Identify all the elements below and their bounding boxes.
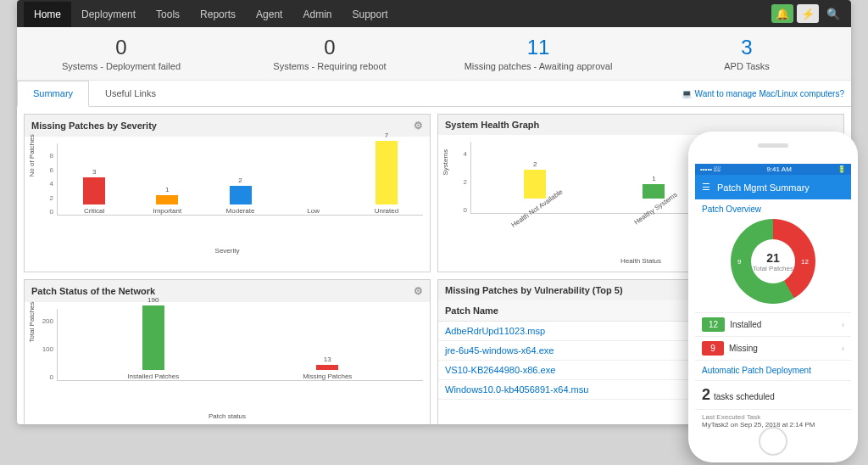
panel-title: System Health Graph — [445, 120, 539, 130]
bar-moderate[interactable]: 2Moderate — [212, 176, 268, 215]
kpi-card[interactable]: 3APD Tasks — [643, 27, 851, 80]
phone-title: Patch Mgmt Summary — [717, 182, 810, 193]
panel-title: Missing Patches by Vulnerability (Top 5) — [445, 285, 623, 295]
bar-low[interactable]: Low — [286, 204, 342, 215]
phone-overview-title: Patch Overview — [702, 204, 844, 214]
kpi-value: 3 — [643, 36, 851, 59]
phone-header: ☰Patch Mgmt Summary — [695, 175, 851, 199]
kpi-card[interactable]: 0Systems - Requiring reboot — [225, 27, 434, 80]
kpi-label: APD Tasks — [643, 61, 851, 71]
kpi-row: 0Systems - Deployment failed0Systems - R… — [17, 27, 851, 81]
y-axis-label: No of Patches — [28, 134, 36, 176]
y-axis-label: Total Patches — [28, 301, 36, 342]
bar-health-not-available[interactable]: 2Health Not Available — [488, 160, 581, 213]
bar-installed-patches[interactable]: 190Installed Patches — [100, 296, 207, 380]
kpi-value: 0 — [17, 36, 225, 59]
nav-admin[interactable]: Admin — [292, 2, 342, 27]
panel-title: Missing Patches by Severity — [31, 120, 157, 131]
bar-healthy-systems[interactable]: 1Healthy Systems — [607, 175, 700, 213]
nav-reports[interactable]: Reports — [190, 2, 246, 27]
kpi-card[interactable]: 11Missing patches - Awaiting approval — [434, 27, 643, 80]
mobile-preview: ••••• ⛆9:41 AM🔋 ☰Patch Mgmt Summary Patc… — [688, 132, 858, 462]
x-axis-label: Severity — [31, 247, 423, 255]
chevron-right-icon: › — [842, 320, 844, 329]
x-axis-label: Patch status — [31, 412, 423, 420]
nav-deployment[interactable]: Deployment — [71, 2, 146, 27]
bar-unrated[interactable]: 7Unrated — [359, 132, 415, 215]
gear-icon[interactable]: ⚙ — [414, 285, 423, 297]
patch-donut-chart: 9 12 21Total Patches — [731, 219, 815, 304]
phone-apd-link[interactable]: Automatic Patch Deployment — [695, 360, 851, 380]
notification-bell-icon[interactable]: 🔔 — [771, 4, 793, 23]
tab-summary[interactable]: Summary — [17, 81, 89, 107]
kpi-value: 0 — [225, 36, 434, 59]
search-icon[interactable]: 🔍 — [822, 4, 844, 23]
nav-support[interactable]: Support — [342, 2, 398, 27]
main-navbar: HomeDeploymentToolsReportsAgentAdminSupp… — [17, 0, 851, 27]
monitor-icon: 💻 — [682, 89, 692, 98]
panel-missing-by-severity: Missing Patches by Severity⚙ No of Patch… — [24, 114, 431, 272]
kpi-label: Missing patches - Awaiting approval — [434, 61, 643, 71]
panel-title: Patch Status of the Network — [31, 286, 155, 296]
kpi-card[interactable]: 0Systems - Deployment failed — [17, 27, 225, 80]
phone-tasks: 2tasks scheduled — [695, 380, 851, 409]
mac-linux-link[interactable]: 💻 Want to manage Mac/Linux computers? — [682, 89, 844, 98]
nav-home[interactable]: Home — [24, 2, 71, 27]
tab-useful-links[interactable]: Useful Links — [89, 81, 172, 106]
panel-patch-status: Patch Status of the Network⚙ Total Patch… — [24, 279, 431, 424]
tab-row: SummaryUseful Links 💻 Want to manage Mac… — [17, 81, 851, 107]
donut-total: 21 — [766, 251, 780, 265]
nav-tools[interactable]: Tools — [146, 2, 190, 27]
kpi-label: Systems - Deployment failed — [17, 61, 225, 71]
bar-missing-patches[interactable]: 13Missing Patches — [275, 356, 381, 380]
chevron-right-icon: › — [842, 344, 844, 353]
kpi-label: Systems - Requiring reboot — [225, 61, 434, 71]
bar-important[interactable]: 1Important — [139, 186, 195, 215]
kpi-value: 11 — [434, 36, 643, 59]
phone-statusbar: ••••• ⛆9:41 AM🔋 — [695, 164, 851, 175]
quick-action-icon[interactable]: ⚡ — [797, 4, 819, 23]
nav-agent[interactable]: Agent — [246, 2, 292, 27]
phone-stat-installed[interactable]: 12Installed› — [695, 312, 851, 336]
phone-stat-missing[interactable]: 9Missing› — [695, 336, 851, 360]
y-axis-label: Systems — [442, 149, 449, 176]
phone-last-executed: Last Executed TaskMyTask2 on Sep 25, 201… — [695, 409, 851, 429]
mac-linux-text: Want to manage Mac/Linux computers? — [695, 89, 844, 98]
bar-critical[interactable]: 3Critical — [66, 168, 122, 215]
menu-icon[interactable]: ☰ — [702, 182, 710, 193]
gear-icon[interactable]: ⚙ — [414, 120, 423, 132]
